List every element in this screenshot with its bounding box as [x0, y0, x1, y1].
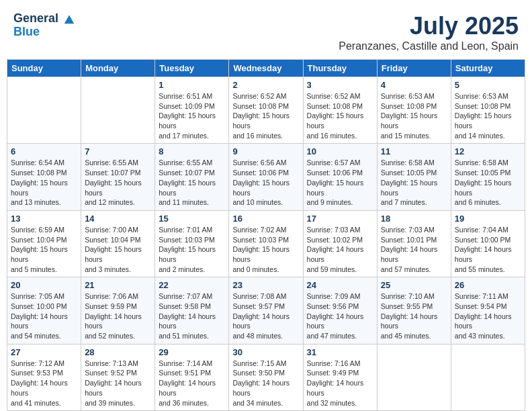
calendar-week-row: 13Sunrise: 6:59 AMSunset: 10:04 PMDaylig… [7, 210, 525, 277]
calendar-cell: 23Sunrise: 7:08 AMSunset: 9:57 PMDayligh… [229, 277, 303, 344]
calendar-cell: 27Sunrise: 7:12 AMSunset: 9:53 PMDayligh… [7, 344, 81, 410]
weekday-header: Monday [81, 60, 155, 77]
logo-text-line1: General [13, 12, 75, 26]
day-number: 22 [159, 280, 225, 290]
calendar-week-row: 1Sunrise: 6:51 AMSunset: 10:09 PMDayligh… [7, 77, 525, 144]
day-number: 28 [85, 347, 151, 357]
day-number: 26 [455, 280, 521, 290]
weekday-header: Wednesday [229, 60, 303, 77]
svg-marker-0 [64, 15, 74, 24]
day-info: Sunrise: 6:55 AMSunset: 10:07 PMDaylight… [85, 158, 151, 207]
day-info: Sunrise: 6:58 AMSunset: 10:05 PMDaylight… [381, 158, 447, 207]
day-number: 19 [455, 214, 521, 224]
day-number: 17 [307, 214, 373, 224]
day-info: Sunrise: 7:04 AMSunset: 10:00 PMDaylight… [455, 225, 521, 274]
day-number: 31 [307, 347, 373, 357]
day-info: Sunrise: 6:53 AMSunset: 10:08 PMDaylight… [455, 91, 521, 140]
day-info: Sunrise: 7:09 AMSunset: 9:56 PMDaylight:… [307, 291, 373, 340]
day-info: Sunrise: 7:06 AMSunset: 9:59 PMDaylight:… [85, 291, 151, 340]
day-number: 27 [11, 347, 77, 357]
calendar-cell: 13Sunrise: 6:59 AMSunset: 10:04 PMDaylig… [7, 210, 81, 277]
calendar-cell: 1Sunrise: 6:51 AMSunset: 10:09 PMDayligh… [155, 77, 229, 144]
title-block: July 2025 Peranzanes, Castille and Leon,… [339, 12, 519, 52]
calendar-cell: 22Sunrise: 7:07 AMSunset: 9:58 PMDayligh… [155, 277, 229, 344]
day-info: Sunrise: 7:01 AMSunset: 10:03 PMDaylight… [159, 225, 225, 274]
page-header: General Blue July 2025 Peranzanes, Casti… [7, 7, 525, 55]
calendar-cell: 29Sunrise: 7:14 AMSunset: 9:51 PMDayligh… [155, 344, 229, 410]
day-number: 10 [307, 146, 373, 156]
calendar-cell: 7Sunrise: 6:55 AMSunset: 10:07 PMDayligh… [81, 144, 155, 210]
calendar-table: SundayMondayTuesdayWednesdayThursdayFrid… [7, 59, 525, 411]
day-number: 21 [85, 280, 151, 290]
day-info: Sunrise: 6:53 AMSunset: 10:08 PMDaylight… [381, 91, 447, 140]
calendar-cell: 19Sunrise: 7:04 AMSunset: 10:00 PMDaylig… [451, 210, 525, 277]
day-info: Sunrise: 7:02 AMSunset: 10:03 PMDaylight… [232, 225, 299, 274]
day-info: Sunrise: 7:10 AMSunset: 9:55 PMDaylight:… [381, 291, 447, 340]
day-info: Sunrise: 7:11 AMSunset: 9:54 PMDaylight:… [455, 291, 521, 340]
day-number: 6 [11, 146, 77, 156]
calendar-cell: 20Sunrise: 7:05 AMSunset: 10:00 PMDaylig… [7, 277, 81, 344]
day-number: 18 [381, 214, 447, 224]
calendar-cell [451, 344, 525, 410]
day-number: 4 [381, 80, 447, 90]
day-info: Sunrise: 7:03 AMSunset: 10:01 PMDaylight… [381, 225, 447, 274]
day-info: Sunrise: 7:00 AMSunset: 10:04 PMDaylight… [85, 225, 151, 274]
calendar-cell: 28Sunrise: 7:13 AMSunset: 9:52 PMDayligh… [81, 344, 155, 410]
weekday-header: Sunday [7, 60, 81, 77]
calendar-cell [377, 344, 451, 410]
day-number: 30 [232, 347, 299, 357]
calendar-cell: 30Sunrise: 7:15 AMSunset: 9:50 PMDayligh… [229, 344, 303, 410]
day-number: 25 [381, 280, 447, 290]
day-info: Sunrise: 6:58 AMSunset: 10:05 PMDaylight… [455, 158, 521, 207]
day-number: 3 [307, 80, 373, 90]
calendar-cell: 17Sunrise: 7:03 AMSunset: 10:02 PMDaylig… [303, 210, 377, 277]
calendar-cell: 11Sunrise: 6:58 AMSunset: 10:05 PMDaylig… [377, 144, 451, 210]
day-info: Sunrise: 7:13 AMSunset: 9:52 PMDaylight:… [85, 359, 151, 408]
day-number: 8 [159, 146, 225, 156]
calendar-cell: 15Sunrise: 7:01 AMSunset: 10:03 PMDaylig… [155, 210, 229, 277]
calendar-cell: 16Sunrise: 7:02 AMSunset: 10:03 PMDaylig… [229, 210, 303, 277]
calendar-cell: 12Sunrise: 6:58 AMSunset: 10:05 PMDaylig… [451, 144, 525, 210]
calendar-header-row: SundayMondayTuesdayWednesdayThursdayFrid… [7, 60, 525, 77]
calendar-cell: 25Sunrise: 7:10 AMSunset: 9:55 PMDayligh… [377, 277, 451, 344]
day-number: 9 [232, 146, 299, 156]
day-info: Sunrise: 6:52 AMSunset: 10:08 PMDaylight… [232, 91, 299, 140]
calendar-cell: 26Sunrise: 7:11 AMSunset: 9:54 PMDayligh… [451, 277, 525, 344]
day-number: 7 [85, 146, 151, 156]
day-number: 29 [159, 347, 225, 357]
logo-icon [63, 13, 75, 25]
day-info: Sunrise: 7:05 AMSunset: 10:00 PMDaylight… [11, 291, 77, 340]
calendar-week-row: 6Sunrise: 6:54 AMSunset: 10:08 PMDayligh… [7, 144, 525, 210]
day-number: 14 [85, 214, 151, 224]
day-number: 13 [11, 214, 77, 224]
day-number: 1 [159, 80, 225, 90]
day-info: Sunrise: 6:51 AMSunset: 10:09 PMDaylight… [159, 91, 225, 140]
calendar-cell: 14Sunrise: 7:00 AMSunset: 10:04 PMDaylig… [81, 210, 155, 277]
calendar-cell: 6Sunrise: 6:54 AMSunset: 10:08 PMDayligh… [7, 144, 81, 210]
calendar-cell: 10Sunrise: 6:57 AMSunset: 10:06 PMDaylig… [303, 144, 377, 210]
weekday-header: Thursday [303, 60, 377, 77]
weekday-header: Friday [377, 60, 451, 77]
logo: General Blue [13, 12, 75, 39]
weekday-header: Saturday [451, 60, 525, 77]
day-info: Sunrise: 6:56 AMSunset: 10:06 PMDaylight… [232, 158, 299, 207]
location-title: Peranzanes, Castille and Leon, Spain [339, 40, 519, 52]
day-number: 11 [381, 146, 447, 156]
day-number: 15 [159, 214, 225, 224]
day-info: Sunrise: 6:54 AMSunset: 10:08 PMDaylight… [11, 158, 77, 207]
day-number: 16 [232, 214, 299, 224]
day-info: Sunrise: 7:14 AMSunset: 9:51 PMDaylight:… [159, 359, 225, 408]
day-info: Sunrise: 7:16 AMSunset: 9:49 PMDaylight:… [307, 359, 373, 408]
day-info: Sunrise: 7:03 AMSunset: 10:02 PMDaylight… [307, 225, 373, 274]
day-info: Sunrise: 6:57 AMSunset: 10:06 PMDaylight… [307, 158, 373, 207]
calendar-cell: 5Sunrise: 6:53 AMSunset: 10:08 PMDayligh… [451, 77, 525, 144]
month-title: July 2025 [339, 12, 519, 40]
calendar-week-row: 27Sunrise: 7:12 AMSunset: 9:53 PMDayligh… [7, 344, 525, 410]
day-number: 2 [232, 80, 299, 90]
logo-text-line2: Blue [13, 26, 40, 39]
day-number: 5 [455, 80, 521, 90]
day-info: Sunrise: 7:15 AMSunset: 9:50 PMDaylight:… [232, 359, 299, 408]
calendar-cell [81, 77, 155, 144]
day-info: Sunrise: 6:52 AMSunset: 10:08 PMDaylight… [307, 91, 373, 140]
calendar-week-row: 20Sunrise: 7:05 AMSunset: 10:00 PMDaylig… [7, 277, 525, 344]
